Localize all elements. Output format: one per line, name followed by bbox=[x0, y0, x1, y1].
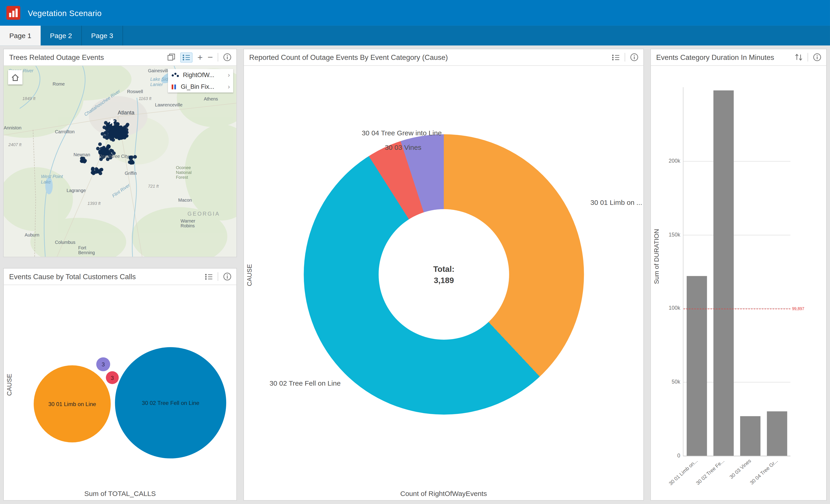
home-icon bbox=[11, 74, 19, 81]
legend-item-gibin[interactable]: Gi_Bin Fix... › bbox=[168, 81, 233, 92]
bubble-0[interactable]: 30 01 Limb on Line bbox=[34, 366, 111, 443]
donut-total-label: Total: bbox=[433, 264, 454, 274]
donut-slice-label-2: 30 03 Vines bbox=[308, 144, 421, 151]
bar-chart-area: Sum of DURATION 050k100k150k200k30 01 Li… bbox=[651, 66, 826, 500]
map-legend: RightOfW... › Gi_Bin Fix... › bbox=[168, 69, 233, 93]
y-tick-label: 50k bbox=[659, 379, 680, 385]
zoom-out-icon[interactable]: − bbox=[208, 53, 213, 62]
app-title: Vegetation Scenario bbox=[28, 8, 102, 18]
donut-center: Total: 3,189 bbox=[379, 209, 509, 340]
bubble-panel: Events Cause by Total Customers Calls CA… bbox=[3, 268, 237, 501]
donut-slice-label-0: 30 01 Limb on ... bbox=[590, 198, 642, 207]
toolbar-separator bbox=[218, 272, 218, 281]
info-icon[interactable] bbox=[223, 272, 231, 281]
tab-page-3[interactable]: Page 3 bbox=[82, 26, 123, 45]
map-panel-header: Trees Related Outage Events + − bbox=[4, 49, 236, 66]
bubble-x-axis-label: Sum of TOTAL_CALLS bbox=[4, 490, 236, 498]
toolbar-separator bbox=[218, 53, 218, 61]
x-category-label: 30 01 Limb on... bbox=[668, 458, 699, 486]
x-category-label: 30 02 Tree Fe... bbox=[695, 458, 725, 486]
legend-list-icon[interactable] bbox=[612, 54, 620, 61]
legend-label: RightOfW... bbox=[183, 71, 214, 78]
bubble-1[interactable]: 30 02 Tree Fell on Line bbox=[115, 347, 226, 458]
x-category-label: 30 03 Vines bbox=[728, 458, 752, 480]
bubble-2[interactable]: 3 bbox=[96, 357, 110, 371]
dashboard-stage: Vegetation Scenario Page 1 Page 2 Page 3… bbox=[0, 0, 830, 504]
reference-line bbox=[683, 309, 790, 309]
donut-chart-area: CAUSE Total: 3,189 30 01 Limb on ... 30 … bbox=[244, 66, 643, 500]
info-icon[interactable] bbox=[813, 53, 821, 61]
bubble-label: 3 bbox=[111, 374, 114, 381]
map-body[interactable]: Coosa RiverGainesvilleLake Sidney Lanier… bbox=[4, 66, 236, 257]
bar-panel-header: Events Category Duration In Minutes bbox=[651, 49, 826, 66]
donut-slice-label-3: 30 04 Tree Grew into Line bbox=[308, 129, 442, 137]
bubble-label: 3 bbox=[102, 361, 105, 368]
donut-panel-header: Reported Count of Outage Events By Event… bbox=[244, 49, 643, 66]
donut-chart[interactable]: Total: 3,189 bbox=[304, 134, 584, 414]
legend-toggle-icon[interactable] bbox=[180, 52, 193, 62]
bubble-panel-toolbar bbox=[205, 272, 232, 281]
bar-chart-plot: 050k100k150k200k30 01 Limb on...30 02 Tr… bbox=[683, 87, 791, 456]
donut-slice-label-1: 30 02 Tree Fell on Line bbox=[269, 379, 341, 387]
donut-panel: Reported Count of Outage Events By Event… bbox=[243, 49, 644, 501]
legend-label: Gi_Bin Fix... bbox=[181, 84, 214, 90]
bubble-3[interactable]: 3 bbox=[106, 371, 119, 384]
donut-x-axis-label: Count of RightOfWayEvents bbox=[244, 490, 643, 498]
bubble-chart-area: CAUSE Sum of TOTAL_CALLS 30 01 Limb on L… bbox=[4, 285, 236, 500]
donut-total-value: 3,189 bbox=[434, 276, 454, 285]
bar-3[interactable] bbox=[767, 412, 787, 456]
bubble-y-axis-label: CAUSE bbox=[5, 285, 13, 484]
home-button[interactable] bbox=[8, 70, 23, 85]
y-tick-label: 100k bbox=[659, 305, 680, 311]
gridline bbox=[683, 161, 790, 161]
zoom-in-icon[interactable]: + bbox=[197, 53, 203, 62]
legend-item-rightofway[interactable]: RightOfW... › bbox=[168, 69, 233, 81]
tab-page-2[interactable]: Page 2 bbox=[41, 26, 82, 45]
app-logo-icon bbox=[6, 6, 21, 20]
donut-y-axis-label: CAUSE bbox=[246, 66, 253, 484]
bubble-label: 30 02 Tree Fell on Line bbox=[142, 400, 199, 406]
bar-panel-title: Events Category Duration In Minutes bbox=[656, 53, 795, 61]
map-panel-toolbar: + − bbox=[167, 52, 232, 62]
sort-icon[interactable] bbox=[795, 54, 803, 61]
y-tick-label: 200k bbox=[659, 158, 680, 164]
app-header: Vegetation Scenario bbox=[0, 0, 830, 26]
y-tick-label: 0 bbox=[659, 452, 680, 459]
west-point-lake-shape bbox=[45, 177, 53, 194]
map-panel-title: Trees Related Outage Events bbox=[9, 53, 168, 61]
x-category-label: 30 04 Tree Gr... bbox=[748, 458, 779, 486]
map-panel: Trees Related Outage Events + − bbox=[3, 49, 237, 257]
chevron-right-icon[interactable]: › bbox=[228, 83, 230, 90]
basemap-icon[interactable] bbox=[167, 54, 175, 61]
bar-panel-toolbar bbox=[795, 53, 822, 61]
chevron-right-icon[interactable]: › bbox=[228, 71, 230, 79]
bubble-panel-title: Events Cause by Total Customers Calls bbox=[9, 273, 205, 281]
tab-strip: Page 1 Page 2 Page 3 bbox=[0, 26, 830, 45]
red-blue-bars-icon bbox=[171, 84, 178, 90]
point-cluster-icon bbox=[171, 71, 180, 78]
gridline bbox=[683, 235, 790, 235]
reference-line-label: 99,897 bbox=[792, 306, 804, 311]
bar-y-axis-label: Sum of DURATION bbox=[652, 66, 661, 447]
bar-1[interactable] bbox=[713, 90, 734, 456]
y-tick-label: 150k bbox=[659, 231, 680, 238]
donut-panel-title: Reported Count of Outage Events By Event… bbox=[249, 53, 612, 61]
donut-panel-toolbar bbox=[612, 53, 639, 61]
info-icon[interactable] bbox=[223, 53, 231, 61]
bar-2[interactable] bbox=[740, 416, 761, 456]
toolbar-separator bbox=[625, 53, 625, 61]
bubble-label: 30 01 Limb on Line bbox=[49, 401, 96, 407]
tab-page-1[interactable]: Page 1 bbox=[0, 26, 41, 45]
bubble-panel-header: Events Cause by Total Customers Calls bbox=[4, 269, 236, 285]
legend-list-icon[interactable] bbox=[205, 273, 213, 280]
bar-panel: Events Category Duration In Minutes Sum … bbox=[650, 49, 827, 501]
bar-0[interactable] bbox=[687, 276, 707, 456]
map-canvas[interactable] bbox=[4, 66, 236, 257]
toolbar-separator bbox=[807, 53, 808, 61]
info-icon[interactable] bbox=[630, 53, 638, 61]
